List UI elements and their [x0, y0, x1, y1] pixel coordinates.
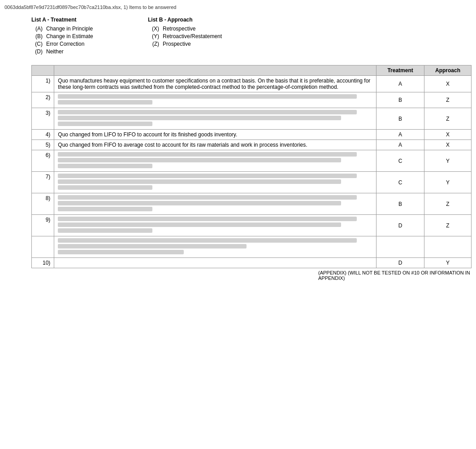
- row-question: [54, 92, 376, 108]
- row-question: [54, 193, 376, 215]
- table-row: 1)Quo manufactures heavy equipment to cu…: [32, 76, 472, 92]
- file-info: 0063dda5bf87e9d7231df0897bec70b7ca2110ba…: [4, 4, 472, 10]
- answers-table: Treatment Approach 1)Quo manufactures he…: [31, 65, 472, 268]
- row-treatment: B: [376, 108, 424, 130]
- approach-header: Approach: [424, 65, 472, 76]
- row-approach: Z: [424, 193, 472, 215]
- row-number: 9): [32, 215, 54, 236]
- list-a-title: List A - Treatment: [31, 17, 121, 23]
- appendix-note: (APPENDIX) (WILL NOT BE TESTED ON #10 OR…: [318, 270, 472, 281]
- list-a-item-c: (C) Error Correction: [31, 41, 121, 47]
- row-approach: X: [424, 130, 472, 140]
- row-approach: Y: [424, 172, 472, 193]
- table-row: 4)Quo changed from LIFO to FIFO to accou…: [32, 130, 472, 140]
- list-b-item-z: (Z) Prospective: [148, 41, 238, 47]
- table-row: 6)CY: [32, 150, 472, 172]
- row-number: 1): [32, 76, 54, 92]
- row-approach: Z: [424, 92, 472, 108]
- row-question: [54, 172, 376, 193]
- row-treatment: B: [376, 193, 424, 215]
- row-question: [54, 150, 376, 172]
- row-treatment: A: [376, 130, 424, 140]
- list-a-item-b: (B) Change in Estimate: [31, 33, 121, 39]
- row-number: 8): [32, 193, 54, 215]
- row-treatment: A: [376, 76, 424, 92]
- row-approach: X: [424, 140, 472, 150]
- table-row: 5)Quo changed from FIFO to average cost …: [32, 140, 472, 150]
- treatment-header: Treatment: [376, 65, 424, 76]
- table-row: 2)BZ: [32, 92, 472, 108]
- row-approach: X: [424, 76, 472, 92]
- row-number: 5): [32, 140, 54, 150]
- row-question: [54, 108, 376, 130]
- table-row: 9)DZ: [32, 215, 472, 236]
- table-row: 3)BZ: [32, 108, 472, 130]
- list-b-item-y: (Y) Retroactive/Restatement: [148, 33, 238, 39]
- row-treatment: A: [376, 140, 424, 150]
- row-question: Quo changed from FIFO to average cost to…: [54, 140, 376, 150]
- list-b-title: List B - Approach: [148, 17, 238, 23]
- row-number: 6): [32, 150, 54, 172]
- row-treatment: D: [376, 215, 424, 236]
- row-number: 2): [32, 92, 54, 108]
- row-treatment: C: [376, 150, 424, 172]
- row-treatment: B: [376, 92, 424, 108]
- row-approach: Z: [424, 215, 472, 236]
- row-question: Quo changed from LIFO to FIFO to account…: [54, 130, 376, 140]
- main-content: Treatment Approach 1)Quo manufactures he…: [31, 65, 472, 281]
- row-number: 3): [32, 108, 54, 130]
- list-b: List B - Approach (X) Retrospective (Y) …: [148, 17, 238, 56]
- list-a-item-d: (D) Neither: [31, 48, 121, 55]
- list-a-item-a: (A) Change in Principle: [31, 26, 121, 32]
- list-a: List A - Treatment (A) Change in Princip…: [31, 17, 121, 56]
- row-number: 4): [32, 130, 54, 140]
- row-question: Quo manufactures heavy equipment to cust…: [54, 76, 376, 92]
- row-approach: Y: [424, 150, 472, 172]
- table-row-answer: 10)DY: [32, 258, 472, 268]
- list-b-item-x: (X) Retrospective: [148, 26, 238, 32]
- row-number: 7): [32, 172, 54, 193]
- row-treatment: C: [376, 172, 424, 193]
- table-row: 8)BZ: [32, 193, 472, 215]
- row-question: [54, 215, 376, 236]
- table-row: 7)CY: [32, 172, 472, 193]
- appendix-note-row: [32, 236, 472, 258]
- row-approach: Z: [424, 108, 472, 130]
